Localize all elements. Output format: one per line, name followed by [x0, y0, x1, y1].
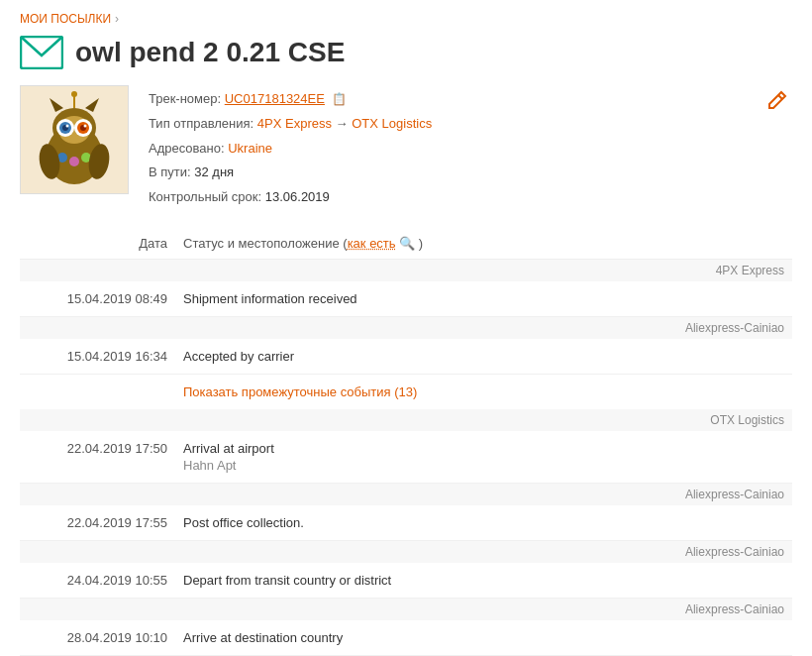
col-status-icon: 🔍 [396, 236, 416, 251]
shipping-type-row: Тип отправления: 4PX Express → OTX Logis… [149, 114, 743, 135]
carrier-label-row: Aliexpress-Cainiao [20, 598, 792, 620]
svg-point-21 [71, 91, 77, 97]
owl-image [28, 90, 122, 189]
carrier-label-row: Aliexpress-Cainiao [20, 316, 792, 339]
carrier-label: Aliexpress-Cainiao [20, 483, 792, 505]
row-status: Accepted by carrier [183, 349, 792, 364]
table-row: 24.04.2019 10:55 Depart from transit cou… [20, 563, 792, 599]
breadcrumb-label[interactable]: МОИ ПОСЫЛКИ [20, 12, 111, 26]
breadcrumb: МОИ ПОСЫЛКИ › [0, 0, 812, 32]
info-details: Трек-номер: UC017181324EE 📋 Тип отправле… [149, 85, 743, 212]
row-status-text: Post office collection. [183, 515, 792, 530]
row-status-text: Accepted by carrier [183, 349, 792, 364]
svg-point-9 [65, 125, 68, 128]
table-header: Дата Статус и местоположение (как есть 🔍… [20, 228, 792, 260]
row-date: 28.04.2019 10:10 [20, 630, 183, 645]
row-status-text: Arrival at airport [183, 441, 792, 456]
product-image [20, 85, 129, 194]
track-number[interactable]: UC017181324EE [225, 91, 325, 106]
table-row: 22.04.2019 17:50 Arrival at airport Hahn… [20, 431, 792, 484]
shipping-arrow: → [336, 116, 349, 131]
carrier-label: 4PX Express [20, 260, 792, 281]
kak-est-link[interactable]: как есть [348, 236, 396, 251]
row-date: 15.04.2019 08:49 [20, 291, 183, 306]
carrier-label: Aliexpress-Cainiao [20, 316, 792, 339]
svg-line-22 [778, 95, 782, 99]
row-status: Arrive at destination country [183, 630, 792, 645]
transit-row: В пути: 32 дня [149, 163, 743, 183]
address-row: Адресовано: Ukraine [149, 139, 743, 160]
row-status: Arrival at airport Hahn Apt [183, 441, 792, 473]
breadcrumb-chevron: › [115, 12, 119, 26]
table-row: 15.04.2019 16:34 Accepted by carrier [20, 339, 792, 375]
show-more-row: Показать промежуточные события (13) [20, 374, 792, 409]
row-date: 24.04.2019 10:55 [20, 573, 183, 588]
svg-point-13 [83, 125, 86, 128]
page-title-section: owl pend 2 0.21 CSE [0, 32, 812, 85]
carrier-label: Aliexpress-Cainiao [20, 598, 792, 620]
copy-track-icon[interactable]: 📋 [332, 92, 347, 106]
address-label: Адресовано: [149, 141, 225, 156]
show-more-link[interactable]: Показать промежуточные события (13) [183, 384, 417, 399]
transit-label: В пути: [149, 164, 191, 179]
edit-button[interactable] [762, 85, 792, 121]
tracking-table-section: Дата Статус и местоположение (как есть 🔍… [0, 228, 812, 656]
row-date: 15.04.2019 16:34 [20, 349, 183, 364]
col-status-end: ) [415, 236, 423, 251]
table-row: 28.04.2019 10:10 Arrive at destination c… [20, 620, 792, 656]
svg-marker-3 [50, 98, 63, 112]
svg-marker-4 [85, 98, 99, 112]
row-date: 22.04.2019 17:50 [20, 441, 183, 456]
col-status-text: Статус и местоположение ( [183, 236, 348, 251]
tracking-table: 4PX Express 15.04.2019 08:49 Shipment in… [20, 260, 792, 656]
transit-value: 32 дня [194, 164, 234, 179]
carrier-label-row: 4PX Express [20, 260, 792, 281]
svg-point-16 [69, 157, 79, 166]
carrier-label: Aliexpress-Cainiao [20, 540, 792, 563]
table-row: 22.04.2019 17:55 Post office collection. [20, 505, 792, 541]
carrier-label: OTX Logistics [20, 409, 792, 431]
row-status-text: Arrive at destination country [183, 630, 792, 645]
info-section: Трек-номер: UC017181324EE 📋 Тип отправле… [0, 85, 812, 228]
deadline-label: Контрольный срок: [149, 189, 261, 204]
row-location: Hahn Apt [183, 458, 792, 473]
carrier-label-row: Aliexpress-Cainiao [20, 483, 792, 505]
row-date: 22.04.2019 17:55 [20, 515, 183, 530]
col-date-header: Дата [20, 236, 183, 251]
shipping-to[interactable]: OTX Logistics [352, 116, 432, 131]
col-status-header: Статус и местоположение (как есть 🔍 ) [183, 236, 792, 251]
table-row: 15.04.2019 08:49 Shipment information re… [20, 281, 792, 317]
deadline-row: Контрольный срок: 13.06.2019 [149, 187, 743, 208]
track-label: Трек-номер: [149, 91, 221, 106]
shipping-type-label: Тип отправления: [149, 116, 254, 131]
row-status-text: Shipment information received [183, 291, 792, 306]
row-status: Depart from transit country or district [183, 573, 792, 588]
envelope-icon [20, 36, 63, 69]
address-value: Ukraine [228, 141, 272, 156]
row-status-text: Depart from transit country or district [183, 573, 792, 588]
shipping-from[interactable]: 4PX Express [257, 116, 332, 131]
carrier-label-row: OTX Logistics [20, 409, 792, 431]
track-row: Трек-номер: UC017181324EE 📋 [149, 89, 743, 110]
row-status: Post office collection. [183, 515, 792, 530]
carrier-label-row: Aliexpress-Cainiao [20, 540, 792, 563]
deadline-value: 13.06.2019 [265, 189, 330, 204]
row-status: Shipment information received [183, 291, 792, 306]
page-title: owl pend 2 0.21 CSE [75, 37, 345, 68]
